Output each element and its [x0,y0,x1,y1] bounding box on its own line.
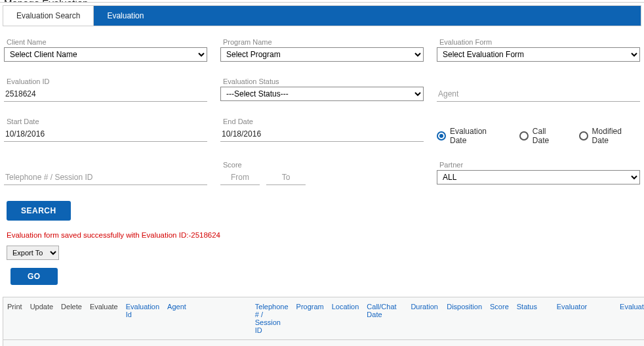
partner-select[interactable]: ALL [437,170,640,184]
cell-location: Dallas [328,340,363,347]
export-to-select[interactable]: Export To [7,246,59,260]
label-evaluation-status: Evaluation Status [223,77,424,85]
radio-dot-icon [519,131,529,141]
cell-program: Etech Retail Inbound Voice [292,340,328,347]
th-evaluation-id[interactable]: Evaluation Id [122,297,163,340]
th-delete: Delete [57,297,86,340]
label-agent [439,77,640,85]
th-evaluator[interactable]: Evaluator [553,297,616,340]
th-location[interactable]: Location [328,297,363,340]
cell-evaluation-id: 2518624 [122,340,163,347]
program-name-select[interactable]: Select Program [220,47,424,62]
radio-evaluation-date[interactable]: Evaluation Date [437,127,505,145]
results-table: Print Update Delete Evaluate Evaluation … [3,297,644,346]
start-date-input[interactable] [4,127,207,142]
label-score: Score [223,161,424,169]
success-message: Evaluation form saved successfully with … [7,231,640,239]
evaluation-id-input[interactable] [4,87,207,102]
cell-agent: Agent10 Part2SupSLA(Demo019) [163,340,251,347]
label-evaluation-id: Evaluation ID [7,77,207,85]
score-from-input[interactable] [220,170,260,185]
evaluation-form-select[interactable]: Select Evaluation Form [437,47,640,62]
cell-evaluation-date: 10/18/2016 [616,340,644,347]
th-duration[interactable]: Duration [407,297,443,340]
th-print: Print [3,297,26,340]
radio-dot-icon [437,131,446,141]
radio-label: Modified Date [592,127,640,145]
go-button[interactable]: GO [10,268,58,285]
page-title: Manage Evaluation [0,0,644,3]
th-evaluation-date[interactable]: EvaluationDate [616,297,644,340]
tab-evaluation-search[interactable]: Evaluation Search [3,6,94,26]
telephone-session-input[interactable] [4,170,207,185]
cell-status: Evaluated [513,340,553,347]
label-program-name: Program Name [223,38,424,46]
cell-disposition [443,340,486,347]
th-disposition[interactable]: Disposition [443,297,486,340]
cell-telephone-session [251,340,292,347]
score-to-input[interactable] [266,170,306,185]
label-client-name: Client Name [7,38,207,46]
table-row: View 2518624 Agent10 Part2SupSLA(Demo019… [3,340,645,347]
end-date-input[interactable] [220,127,424,142]
client-name-select[interactable]: Select Client Name [4,47,207,62]
th-agent[interactable]: Agent [163,297,251,340]
date-type-radio-group: Evaluation Date Call Date Modified Date [437,118,640,145]
search-button[interactable]: SEARCH [7,201,71,221]
label-partner: Partner [439,161,640,169]
cell-evaluator: EtechDemo Admin(demo001) [553,340,616,347]
th-score[interactable]: Score [486,297,513,340]
th-telephone-session[interactable]: Telephone # / Session ID [251,297,292,340]
evaluation-status-select[interactable]: ---Select Status--- [220,87,424,101]
search-form: Client Name Select Client Name Program N… [0,26,644,297]
radio-label: Call Date [533,127,565,145]
th-evaluate: Evaluate [86,297,122,340]
radio-call-date[interactable]: Call Date [519,127,565,145]
radio-dot-icon [579,131,588,141]
th-update: Update [26,297,57,340]
radio-label: Evaluation Date [450,127,505,145]
th-status[interactable]: Status [513,297,553,340]
th-call-chat-date[interactable]: Call/Chat Date [363,297,407,340]
cell-call-chat-date: 10/18/2016 [363,340,407,347]
th-program[interactable]: Program [292,297,328,340]
evaluate-link[interactable]: View [86,340,122,347]
tab-bar: Evaluation Search Evaluation [3,5,641,26]
label-telephone-session [7,161,207,169]
cell-score: 100 [486,340,513,347]
cell-duration: 00:00:00 [407,340,443,347]
label-evaluation-form: Evaluation Form [439,38,640,46]
label-start-date: Start Date [7,118,207,125]
tab-evaluation[interactable]: Evaluation [94,6,157,26]
label-end-date: End Date [223,118,424,125]
agent-input[interactable] [437,87,640,102]
radio-modified-date[interactable]: Modified Date [579,127,640,145]
